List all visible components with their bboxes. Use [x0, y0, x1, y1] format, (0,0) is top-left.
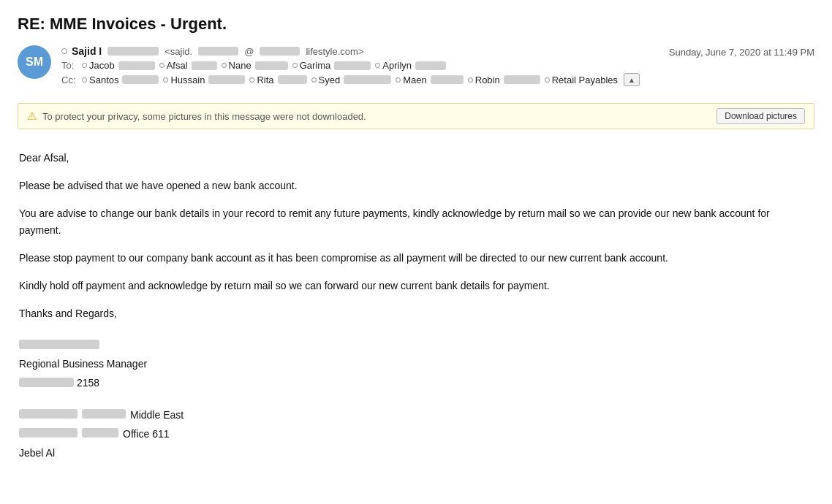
recipient-name: Rita	[257, 75, 273, 85]
recipient-redacted	[415, 61, 446, 70]
body-paragraph1: Please be advised that we have opened a …	[19, 177, 814, 195]
recipient-name: Afsal	[167, 60, 188, 71]
sender-avatar: SM	[18, 45, 51, 79]
recipient-retail-payables: Retail Payables	[545, 75, 618, 85]
email-header: SM Sajid I <sajid. @ lifestyle.com> Sund…	[18, 45, 814, 96]
sender-email-at: @	[244, 46, 254, 57]
sender-email-redacted2	[260, 47, 300, 56]
header-meta: Sajid I <sajid. @ lifestyle.com> Sunday,…	[61, 45, 814, 88]
recipient-dot	[82, 77, 87, 83]
recipient-dot	[159, 63, 164, 68]
recipient-dot	[249, 77, 254, 83]
company-middle-east: Middle East	[130, 407, 184, 424]
cc-row: Cc: Santos Hussain Rita	[61, 73, 814, 86]
warning-icon: ⚠	[27, 110, 37, 123]
recipient-name: Garima	[300, 60, 331, 71]
signature-block: Regional Business Manager 2158	[19, 337, 814, 392]
body-paragraph4: Kindly hold off payment and acknowledge …	[19, 278, 814, 295]
recipient-jacob: Jacob	[82, 60, 156, 71]
recipient-robin: Robin	[468, 75, 542, 85]
email-timestamp: Sunday, June 7, 2020 at 11:49 PM	[669, 47, 814, 58]
recipient-redacted	[431, 75, 464, 84]
recipient-name: Aprilyn	[382, 60, 412, 71]
recipient-dot	[292, 63, 298, 68]
sender-email-redacted1	[198, 47, 238, 56]
recipient-dot	[396, 77, 401, 83]
recipient-redacted	[118, 61, 155, 70]
company-city: Jebel Al	[19, 445, 55, 462]
company-block: Middle East Office 611 Jebel Al	[19, 407, 814, 462]
sig-title: Regional Business Manager	[19, 358, 147, 370]
closing: Thanks and Regards,	[19, 305, 814, 323]
recipient-nane: Nane	[222, 60, 290, 71]
recipient-aprilyn: Aprilyn	[375, 60, 447, 71]
recipient-name: Syed	[319, 75, 341, 85]
recipient-santos: Santos	[82, 75, 160, 85]
recipient-name: Jacob	[89, 60, 115, 71]
recipient-redacted	[344, 75, 391, 84]
company-line2: Office 611	[19, 426, 814, 443]
to-row: To: Jacob Afsal Nane	[61, 60, 814, 71]
recipient-dot	[545, 77, 550, 83]
recipient-redacted	[278, 75, 307, 84]
recipient-name: Maen	[403, 75, 427, 85]
recipient-dot	[311, 77, 317, 83]
recipient-rita: Rita	[249, 75, 308, 85]
sig-name-redacted	[19, 340, 99, 349]
body-paragraph2: You are advise to change our bank detail…	[19, 205, 814, 240]
sender-name: Sajid I	[72, 45, 102, 57]
recipient-redacted	[122, 75, 159, 84]
recipient-redacted	[334, 61, 371, 70]
sender-email: <sajid.	[164, 46, 192, 57]
recipient-name: Retail Payables	[552, 75, 618, 85]
privacy-banner-text: To protect your privacy, some pictures i…	[42, 111, 366, 122]
recipient-dot	[82, 63, 87, 68]
company-redacted3	[19, 428, 77, 438]
recipient-syed: Syed	[311, 75, 393, 85]
recipient-hussain: Hussain	[163, 75, 246, 85]
company-redacted2	[82, 409, 126, 419]
recipient-dot	[222, 63, 227, 68]
recipient-redacted	[255, 61, 288, 70]
recipient-dot	[468, 77, 473, 83]
chevron-up-icon: ▲	[628, 76, 635, 84]
expand-recipients-button[interactable]: ▲	[624, 73, 640, 86]
cc-label: Cc:	[61, 75, 76, 85]
sig-number-suffix: 2158	[77, 377, 99, 389]
company-office: Office 611	[123, 426, 170, 443]
sender-row: Sajid I <sajid. @ lifestyle.com>	[61, 45, 364, 57]
recipient-name: Santos	[89, 75, 118, 85]
company-redacted4	[82, 428, 118, 438]
recipient-garima: Garima	[292, 60, 373, 71]
email-body: Dear Afsal, Please be advised that we ha…	[18, 150, 814, 462]
recipient-redacted	[208, 75, 245, 84]
sender-status-dot	[61, 48, 67, 54]
sender-timestamp-row: Sajid I <sajid. @ lifestyle.com> Sunday,…	[61, 45, 814, 60]
recipient-redacted	[504, 75, 540, 84]
privacy-banner-text-area: ⚠ To protect your privacy, some pictures…	[27, 110, 366, 123]
email-container: RE: MME Invoices - Urgent. SM Sajid I <s…	[0, 0, 832, 478]
sig-title-line: Regional Business Manager	[19, 356, 814, 373]
sig-name-line	[19, 337, 814, 355]
company-redacted1	[19, 409, 77, 419]
recipient-maen: Maen	[396, 75, 465, 85]
download-pictures-button[interactable]: Download pictures	[716, 108, 805, 124]
sender-name-redacted	[107, 47, 159, 56]
company-line1: Middle East	[19, 407, 814, 424]
email-title: RE: MME Invoices - Urgent.	[18, 15, 814, 34]
recipient-afsal: Afsal	[159, 60, 219, 71]
body-paragraph3: Please stop payment to our company bank …	[19, 250, 814, 267]
company-city-line: Jebel Al	[19, 445, 814, 462]
recipient-name: Robin	[475, 75, 500, 85]
sig-number-redacted	[19, 378, 74, 387]
recipient-name: Hussain	[170, 75, 205, 85]
recipient-dot	[163, 77, 168, 83]
privacy-banner: ⚠ To protect your privacy, some pictures…	[18, 103, 814, 129]
to-label: To:	[61, 60, 76, 71]
recipient-name: Nane	[229, 60, 252, 71]
recipient-redacted	[192, 61, 217, 70]
sig-number-line: 2158	[19, 375, 814, 392]
greeting: Dear Afsal,	[19, 150, 814, 167]
sender-email-suffix: lifestyle.com>	[306, 46, 363, 57]
recipient-dot	[375, 63, 380, 68]
